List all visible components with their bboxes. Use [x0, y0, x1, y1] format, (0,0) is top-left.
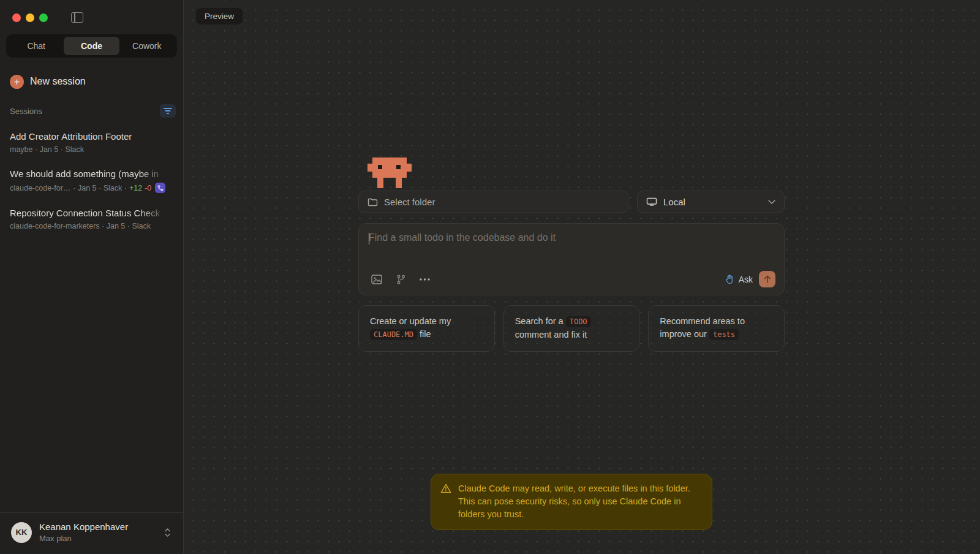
preview-tab[interactable]: Preview: [196, 8, 243, 25]
tab-chat[interactable]: Chat: [9, 37, 64, 55]
session-title: Repository Connection Status Check: [10, 208, 169, 218]
suggestion-text: comment and fix it: [515, 330, 587, 340]
minimize-window-button[interactable]: [26, 13, 34, 22]
more-options-button[interactable]: [417, 271, 432, 287]
avatar: KK: [11, 522, 32, 543]
session-title: Add Creator Attribution Footer: [10, 131, 169, 142]
session-row[interactable]: Repository Connection Status Check claud…: [0, 200, 183, 238]
hand-icon: [725, 275, 734, 284]
git-branch-badge: [155, 183, 165, 193]
suggestion-cards: Create or update my CLAUDE.MD file Searc…: [358, 305, 785, 352]
folder-icon: [368, 198, 378, 207]
chevron-up-down-icon: [164, 528, 171, 537]
session-meta-text: maybe · Jan 5 · Slack: [10, 145, 84, 154]
session-meta-text: claude-code-for-marketers · Jan 5 · Slac…: [10, 222, 151, 230]
arrow-up-icon: [764, 275, 771, 283]
session-row[interactable]: We should add something (maybe in claude…: [0, 161, 183, 200]
code-chip: CLAUDE.MD: [370, 329, 417, 340]
sessions-title: Sessions: [10, 107, 42, 116]
composer-right: Ask: [725, 271, 775, 287]
tab-code[interactable]: Code: [64, 37, 119, 55]
suggestion-text: Create or update my: [370, 316, 451, 326]
suggestion-card[interactable]: Search for a TODO comment and fix it: [503, 305, 640, 352]
text-cursor: [369, 233, 370, 245]
sessions-header: Sessions: [0, 104, 183, 118]
code-chip: tests: [709, 329, 739, 340]
send-button[interactable]: [759, 271, 775, 287]
warning-icon: [440, 484, 451, 493]
session-row[interactable]: Add Creator Attribution Footer maybe · J…: [0, 124, 183, 161]
git-branch-icon: [396, 275, 405, 284]
branch-select-button[interactable]: [393, 271, 409, 287]
prompt-input[interactable]: [369, 232, 774, 264]
user-account-row[interactable]: KK Keanan Koppenhaver Max plan: [0, 512, 183, 554]
image-icon: [371, 275, 382, 284]
filter-sessions-button[interactable]: [160, 104, 176, 118]
app-window: Chat Code Cowork + New session Sessions …: [0, 0, 980, 554]
sidebar-toggle-icon[interactable]: [71, 12, 83, 23]
chevron-down-icon: [768, 200, 775, 204]
prompt-composer: Ask: [358, 223, 785, 295]
suggestion-text: Search for a: [515, 316, 566, 326]
session-list: Add Creator Attribution Footer maybe · J…: [0, 124, 183, 512]
ellipsis-icon: [420, 278, 430, 281]
new-session-button[interactable]: + New session: [0, 72, 183, 91]
session-meta: maybe · Jan 5 · Slack: [10, 145, 173, 154]
attach-image-button[interactable]: [369, 271, 385, 287]
session-branch: claude-code-for…: [10, 184, 70, 192]
sidebar: Chat Code Cowork + New session Sessions …: [0, 0, 184, 554]
select-folder-label: Select folder: [384, 197, 435, 207]
diff-additions: +12: [129, 184, 142, 192]
window-titlebar: [0, 0, 183, 29]
user-plan: Max plan: [39, 534, 157, 543]
user-name: Keanan Koppenhaver: [39, 522, 157, 532]
close-window-button[interactable]: [12, 13, 21, 22]
session-meta-text: · Jan 5 · Slack ·: [73, 184, 127, 192]
git-branch-icon: [157, 185, 164, 191]
window-controls: [12, 13, 48, 22]
ask-label: Ask: [739, 275, 753, 284]
suggestion-card[interactable]: Create or update my CLAUDE.MD file: [358, 305, 495, 352]
warning-text: Claude Code may read, write, or execute …: [458, 482, 702, 521]
select-folder-button[interactable]: Select folder: [358, 191, 628, 213]
filter-lines-icon: [164, 107, 172, 115]
plus-icon: +: [10, 75, 24, 89]
security-warning-banner: Claude Code may read, write, or execute …: [431, 474, 712, 530]
zoom-window-button[interactable]: [39, 13, 48, 22]
environment-value: Local: [663, 197, 762, 207]
main-area: Preview Select folder: [184, 0, 980, 554]
claude-code-mascot-icon: [368, 155, 785, 192]
code-chip: TODO: [566, 316, 591, 327]
composer-toolbar: Ask: [369, 271, 775, 287]
new-session-label: New session: [30, 76, 86, 87]
diff-deletions: -0: [145, 184, 151, 192]
tab-cowork[interactable]: Cowork: [119, 37, 175, 55]
mode-tabbar: Chat Code Cowork: [6, 34, 177, 58]
environment-dropdown[interactable]: Local: [637, 191, 785, 213]
center-column: Select folder Local: [358, 155, 785, 352]
ask-mode-toggle[interactable]: Ask: [725, 275, 753, 284]
session-meta: claude-code-for-marketers · Jan 5 · Slac…: [10, 222, 173, 230]
suggestion-text: file: [417, 329, 431, 339]
session-title: We should add something (maybe in: [10, 169, 169, 179]
workspace-picker-row: Select folder Local: [358, 191, 785, 213]
monitor-icon: [646, 197, 657, 207]
session-meta: claude-code-for… · Jan 5 · Slack · +12 -…: [10, 183, 173, 193]
user-info: Keanan Koppenhaver Max plan: [39, 522, 157, 543]
suggestion-card[interactable]: Recommend areas to improve our tests: [648, 305, 785, 352]
